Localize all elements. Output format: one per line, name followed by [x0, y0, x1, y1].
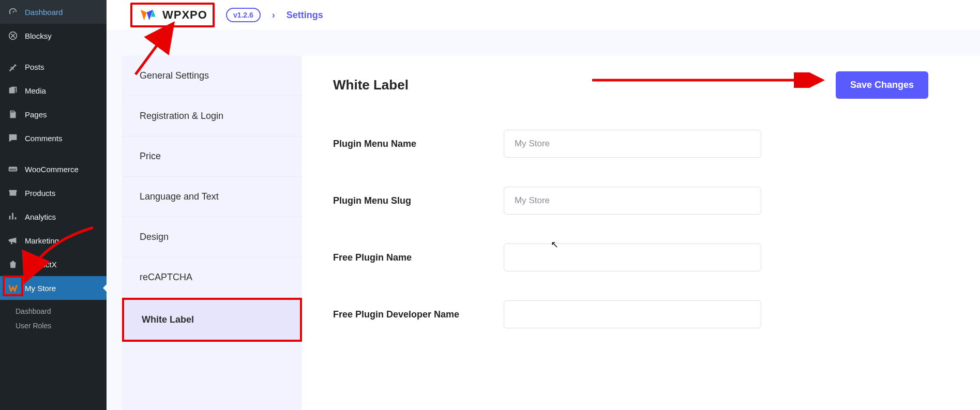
brand-text: WPXPO [162, 8, 207, 22]
save-changes-button[interactable]: Save Changes [836, 71, 928, 99]
tab-language-text[interactable]: Language and Text [122, 177, 302, 217]
svg-point-1 [11, 89, 13, 92]
sidebar-item-label: Posts [25, 63, 44, 71]
sidebar-item-woocommerce[interactable]: woo WooCommerce [0, 157, 107, 181]
sidebar-sub-user-roles[interactable]: User Roles [8, 318, 107, 333]
sidebar-submenu: Dashboard User Roles [0, 300, 107, 337]
sidebar-item-label: Pages [25, 110, 47, 119]
tab-recaptcha[interactable]: reCAPTCHA [122, 257, 302, 298]
panel-title: White Label [333, 77, 409, 93]
label-plugin-menu-name: Plugin Menu Name [333, 139, 483, 149]
sidebar-item-marketing[interactable]: Marketing [0, 229, 107, 252]
tab-white-label[interactable]: White Label [122, 298, 302, 342]
topbar: WPXPO v1.2.6 › Settings [107, 0, 980, 30]
sidebar-sub-dashboard[interactable]: Dashboard [8, 304, 107, 318]
sidebar-item-comments[interactable]: Comments [0, 126, 107, 150]
sidebar-item-productx[interactable]: ProductX [0, 252, 107, 276]
sidebar-item-label: Dashboard [25, 8, 63, 17]
brand-logo-box: WPXPO [130, 3, 215, 27]
tab-registration-login[interactable]: Registration & Login [122, 96, 302, 136]
sidebar-item-pages[interactable]: Pages [0, 102, 107, 126]
sidebar-item-label: Marketing [25, 236, 59, 245]
sidebar-item-label: Products [25, 189, 55, 198]
sidebar-item-my-store[interactable]: My Store [0, 276, 107, 300]
panel-header: White Label Save Changes [333, 71, 949, 99]
wp-admin-sidebar: Dashboard Blocksy Posts Media Pages Comm… [0, 0, 107, 410]
input-free-plugin-dev-name[interactable] [504, 300, 761, 328]
pages-icon [7, 109, 19, 120]
tab-general-settings[interactable]: General Settings [122, 56, 302, 96]
field-free-plugin-name: Free Plugin Name [333, 244, 949, 271]
wpxpo-logo-icon [140, 8, 157, 22]
breadcrumb-settings[interactable]: Settings [287, 10, 323, 21]
sidebar-item-label: My Store [25, 284, 56, 293]
label-free-plugin-name: Free Plugin Name [333, 252, 483, 263]
chevron-right-icon: › [272, 10, 275, 21]
tab-design[interactable]: Design [122, 217, 302, 257]
settings-panel: White Label Save Changes Plugin Menu Nam… [302, 56, 980, 410]
svg-text:woo: woo [9, 168, 17, 171]
sidebar-item-analytics[interactable]: Analytics [0, 205, 107, 229]
sidebar-item-posts[interactable]: Posts [0, 55, 107, 79]
comment-icon [7, 132, 19, 144]
field-free-plugin-dev-name: Free Plugin Developer Name [333, 300, 949, 328]
label-plugin-menu-slug: Plugin Menu Slug [333, 195, 483, 206]
sidebar-item-blocksy[interactable]: Blocksy [0, 24, 107, 48]
sidebar-item-label: Analytics [25, 212, 56, 221]
settings-content: General Settings Registration & Login Pr… [107, 30, 980, 410]
sidebar-item-label: ProductX [25, 260, 57, 269]
label-free-plugin-dev-name: Free Plugin Developer Name [333, 309, 483, 320]
sidebar-item-label: Media [25, 86, 46, 95]
settings-tabs: General Settings Registration & Login Pr… [122, 56, 302, 410]
gauge-icon [7, 6, 19, 18]
input-plugin-menu-name[interactable] [504, 130, 761, 158]
bag-icon [7, 259, 19, 270]
megaphone-icon [7, 235, 19, 246]
archive-icon [7, 187, 19, 199]
field-plugin-menu-name: Plugin Menu Name [333, 130, 949, 158]
main-content: WPXPO v1.2.6 › Settings General Settings… [107, 0, 980, 410]
bars-icon [7, 211, 19, 222]
sidebar-item-media[interactable]: Media [0, 79, 107, 102]
sidebar-item-dashboard[interactable]: Dashboard [0, 0, 107, 24]
sidebar-item-label: Comments [25, 134, 63, 143]
pin-icon [7, 61, 19, 72]
sidebar-item-label: Blocksy [25, 32, 52, 40]
wpxpo-mini-icon [7, 282, 19, 294]
sidebar-item-products[interactable]: Products [0, 181, 107, 205]
input-free-plugin-name[interactable] [504, 244, 761, 271]
field-plugin-menu-slug: Plugin Menu Slug [333, 187, 949, 215]
version-badge: v1.2.6 [226, 8, 261, 22]
circle-logo-icon [7, 30, 19, 41]
input-plugin-menu-slug[interactable] [504, 187, 761, 215]
media-icon [7, 85, 19, 96]
sidebar-item-label: WooCommerce [25, 165, 79, 174]
tab-price[interactable]: Price [122, 136, 302, 177]
woo-icon: woo [7, 163, 19, 175]
